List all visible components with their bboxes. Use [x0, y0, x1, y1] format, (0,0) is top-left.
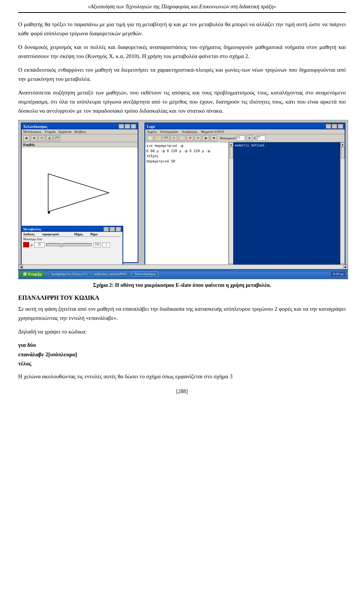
logo-content: για παραμετρικό :φ δ 60 μ :φ δ 120 μ :φ …	[145, 142, 345, 268]
logo-title-btns: _ □ ×	[326, 124, 343, 129]
menu-molokosmos[interactable]: Μολόκοσμος	[23, 130, 41, 134]
paragraph-3: Ο εκπαιδευτικός ενθαρρύνει τον μαθητή να…	[18, 65, 346, 83]
toolbar-btn-1[interactable]: ▶	[23, 135, 30, 141]
logo-code-display: για παραμετρικό :φ δ 60 μ :φ δ 120 μ :φ …	[146, 143, 227, 164]
code-line-para-2: επανάλαβε 2[ισόπλευρο]	[18, 350, 346, 359]
toolbar-btn-3[interactable]: ↺	[38, 135, 45, 141]
toolbar-btn-2[interactable]: ■	[31, 135, 38, 141]
logo-toolbar-save[interactable]: 💾	[163, 135, 169, 141]
var-step-input[interactable]: 1	[102, 242, 110, 247]
start-icon: ⊞	[23, 272, 27, 277]
menu-help[interactable]: Βοήθεια	[74, 130, 86, 134]
var-row-from-label: Μπαλόγην Από	[23, 238, 121, 241]
toolbar-btn-4[interactable]: 🖨	[46, 135, 53, 141]
logo-font-label: Monospaced	[220, 137, 235, 140]
var-data-row: φ 25 150 1	[23, 242, 121, 247]
var-red-indicator	[23, 242, 29, 247]
start-button[interactable]: ⊞ Έναρξη	[20, 271, 45, 277]
logo-maximize[interactable]: □	[332, 124, 337, 129]
variables-window: Μεταβολέας _ □ × Διαδικος παραμετρικό Μή…	[21, 226, 123, 268]
variables-title: Μεταβολέας	[23, 227, 41, 231]
logo-minimize[interactable]: _	[326, 124, 331, 129]
logo-toolbar-new[interactable]: 📄	[147, 135, 154, 141]
maximize-button[interactable]: □	[125, 124, 130, 129]
taskbar-item-2[interactable]: ourm-nast_naousa2014...	[91, 271, 131, 277]
logo-toolbar-cut[interactable]: ✂	[171, 135, 177, 141]
section-paragraph-2: Δηλαδή να γράψει το κώδικα:	[18, 327, 346, 336]
logo-menu-file[interactable]: Αρχείο	[147, 130, 157, 134]
taskbar-clock: 8:29 πμ	[330, 271, 346, 277]
var-max-input[interactable]: 150	[93, 242, 101, 247]
scroll-track	[229, 147, 234, 263]
logo-menubar: Αρχείο Επεξεργασία Αναζήτηση Μηχατον LOG…	[145, 129, 345, 134]
xelwnokosmou-title: Χελωνόκοσμος	[23, 124, 47, 129]
minimize-button[interactable]: _	[119, 124, 124, 129]
section-paragraph-3: Η χελώνα ακολουθώντας τις εντολές αυτές …	[18, 372, 346, 381]
turtle-triangle-svg	[25, 151, 128, 234]
svg-point-1	[48, 211, 50, 214]
taskbar-item-3[interactable]: Χελωνόκοσμος	[132, 271, 158, 277]
logo-toolbar-paste[interactable]: 📌	[187, 135, 193, 141]
logo-e-label: E	[254, 137, 256, 140]
taskbar-item-1[interactable]: Αρσαρολμένος ξλεκος (1:)	[48, 271, 90, 277]
bottom-scrollbar[interactable]: ◀ ▶	[19, 264, 348, 269]
logo-toolbar-stop[interactable]: ■	[210, 135, 217, 141]
logo-output-scrollbar[interactable]: ▲ ▼	[340, 142, 345, 268]
code-line-1: για παραμετρικό :φ	[146, 143, 227, 149]
logo-editor-panel[interactable]: για παραμετρικό :φ δ 60 μ :φ δ 120 μ :φ …	[145, 142, 229, 268]
logo-menu-edit[interactable]: Επεξεργασία	[160, 130, 178, 134]
code-line-3: τέλχος	[146, 154, 227, 159]
paragraph-4-text: Αναπτύσσεται συζήτηση μεταξύ των μαθητών…	[18, 90, 346, 114]
var-maximize[interactable]: □	[110, 227, 115, 231]
page-container: «Αξιοποίηση των Τεχνολογιών της Πληροφορ…	[0, 0, 364, 598]
var-value-input[interactable]: 25	[34, 242, 45, 247]
variables-titlebar: Μεταβολέας _ □ ×	[22, 227, 122, 232]
start-label: Έναρξη	[28, 272, 42, 276]
logo-toolbar-run[interactable]: ▶	[202, 135, 209, 141]
page-number: [288]	[18, 389, 346, 395]
page-header: «Αξιοποίηση των Τεχνολογιών της Πληροφορ…	[18, 0, 346, 13]
var-header-step: Βήμα	[90, 233, 97, 236]
menu-tools[interactable]: Εργαλεία	[58, 130, 71, 134]
var-slider[interactable]	[46, 243, 92, 246]
variables-content: Διαδικος παραμετρικό Μήχος Βήμα Μπαλόγην…	[22, 232, 122, 267]
menu-ypiresies[interactable]: Υπηρδα	[44, 130, 55, 134]
logo-close[interactable]: ×	[338, 124, 343, 129]
logo-output-panel: eometric defined.	[233, 142, 340, 268]
logo-toolbar-copy[interactable]: 📋	[179, 135, 185, 141]
caption-text-content: Σχήμα 2: Η οθόνη του μικρόκοσμου E-slate…	[93, 282, 271, 288]
logo-editor-scrollbar[interactable]: ▲ ▼	[229, 142, 233, 268]
svg-marker-0	[48, 174, 109, 212]
logo-menu-search[interactable]: Αναζήτηση	[182, 130, 197, 134]
xelwnokosmou-menubar: Μολόκοσμος Υπηρδα Εργαλεία Βοήθεια	[22, 129, 138, 134]
var-minimize[interactable]: _	[104, 227, 109, 231]
logo-toolbar-open[interactable]: 📂	[155, 135, 162, 141]
logo-toolbar-undo[interactable]: ↺	[195, 135, 201, 141]
close-button[interactable]: ×	[131, 124, 136, 129]
figure-caption: Σχήμα 2: Η οθόνη του μικρόκοσμου E-slate…	[18, 282, 346, 288]
paragraph-1: Ο μαθητής θα τρέξει το παραπάνω με μια τ…	[18, 20, 346, 38]
paragraph-1-text: Ο μαθητής θα τρέξει το παραπάνω με μια τ…	[18, 21, 346, 36]
logo-menu-logo[interactable]: Μηχατον LOGO	[201, 130, 224, 134]
logo-window: Logo _ □ × Αρχείο Επεξεργασία Αναζήτηση …	[144, 123, 345, 269]
scroll-up-arrow[interactable]: ▲	[229, 142, 234, 147]
header-title: «Αξιοποίηση των Τεχνολογιών της Πληροφορ…	[88, 4, 276, 9]
logo-toolbar-bold[interactable]: B	[246, 135, 253, 141]
code-line-para-1: για δύο	[18, 341, 346, 349]
output-scroll-track	[340, 147, 345, 263]
scroll-left-arrow[interactable]: ◀	[19, 265, 23, 269]
logo-e-value[interactable]: 77	[257, 135, 265, 141]
software-screenshot: Χελωνόκοσμος _ □ × Μολόκοσμος Υπηρδα Εργ…	[18, 120, 348, 279]
logo-size-field[interactable]: 15	[237, 135, 245, 141]
h-scroll-track	[23, 265, 343, 269]
toolbar-btn-5[interactable]: 💾	[53, 135, 60, 141]
scroll-right-arrow[interactable]: ▶	[343, 265, 348, 269]
logo-title: Logo	[147, 124, 155, 129]
canvas-title-text: Καμβάς	[23, 143, 35, 146]
section-title: ΕΠΑΝΑΛΗΨΗ ΤΟΥ ΚΩΔΙΚΑ	[18, 294, 346, 301]
output-scroll-up[interactable]: ▲	[340, 142, 345, 147]
paragraph-3-text: Ο εκπαιδευτικός ενθαρρύνει τον μαθητή να…	[18, 67, 346, 82]
code-line-para-3: τέλος	[18, 359, 346, 368]
logo-toolbar: 📄 📂 💾 ✂ 📋 📌 ↺ ▶ ■ Monospaced 15 B E 77	[145, 134, 345, 142]
var-close[interactable]: ×	[116, 227, 121, 231]
